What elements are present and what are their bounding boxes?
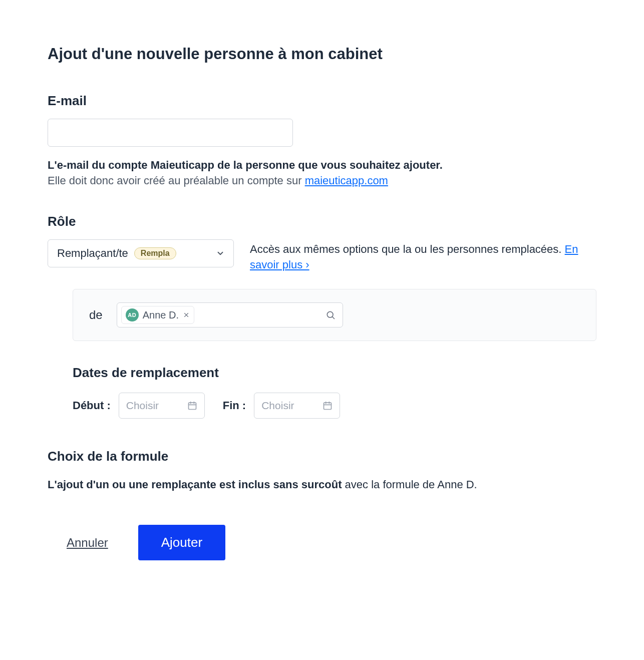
formula-text: L'ajout d'un ou une remplaçante est incl… bbox=[48, 477, 596, 493]
dates-section: Dates de remplacement Début : Choisir Fi… bbox=[73, 365, 596, 419]
role-badge: Rempla bbox=[134, 247, 176, 259]
email-help-text: Elle doit donc avoir créé au préalable u… bbox=[48, 173, 596, 189]
replaced-person-panel: de AD Anne D. bbox=[73, 289, 596, 341]
dates-title: Dates de remplacement bbox=[73, 365, 596, 381]
search-icon bbox=[326, 310, 336, 320]
email-help: L'e-mail du compte Maieuticapp de la per… bbox=[48, 158, 596, 189]
cancel-button[interactable]: Annuler bbox=[67, 536, 108, 550]
close-icon[interactable] bbox=[183, 311, 190, 318]
start-date-label: Début : bbox=[73, 399, 111, 412]
svg-rect-4 bbox=[188, 403, 196, 410]
dates-row: Début : Choisir Fin : Choisir bbox=[73, 393, 596, 419]
chevron-down-icon bbox=[216, 249, 225, 258]
start-date-placeholder: Choisir bbox=[126, 400, 159, 412]
svg-rect-8 bbox=[324, 403, 332, 410]
de-label: de bbox=[89, 308, 103, 322]
maieuticapp-link[interactable]: maieuticapp.com bbox=[305, 174, 388, 187]
svg-line-3 bbox=[332, 317, 334, 319]
end-date-placeholder: Choisir bbox=[261, 400, 294, 412]
actions-row: Annuler Ajouter bbox=[48, 525, 596, 560]
role-row: Remplaçant/te Rempla Accès aux mêmes opt… bbox=[48, 239, 596, 273]
role-select-value: Remplaçant/te bbox=[57, 247, 128, 260]
email-input[interactable] bbox=[48, 119, 293, 147]
role-label: Rôle bbox=[48, 214, 596, 229]
calendar-icon bbox=[187, 401, 197, 411]
formula-section: Choix de la formule L'ajout d'un ou une … bbox=[48, 449, 596, 493]
email-help-bold: L'e-mail du compte Maieuticapp de la per… bbox=[48, 158, 596, 173]
submit-button[interactable]: Ajouter bbox=[138, 525, 225, 560]
person-name: Anne D. bbox=[143, 309, 179, 321]
calendar-icon bbox=[323, 401, 333, 411]
start-date-input[interactable]: Choisir bbox=[119, 393, 205, 419]
role-description: Accès aux mêmes options que la ou les pe… bbox=[250, 239, 596, 273]
role-select[interactable]: Remplaçant/te Rempla bbox=[48, 239, 234, 267]
end-date-input[interactable]: Choisir bbox=[254, 393, 340, 419]
page-title: Ajout d'une nouvelle personne à mon cabi… bbox=[48, 45, 596, 63]
person-select[interactable]: AD Anne D. bbox=[117, 302, 343, 327]
email-field-group: E-mail L'e-mail du compte Maieuticapp de… bbox=[48, 93, 596, 189]
email-label: E-mail bbox=[48, 93, 596, 109]
end-date-label: Fin : bbox=[223, 399, 246, 412]
avatar: AD bbox=[126, 308, 139, 321]
role-select-wrapper: Remplaçant/te Rempla bbox=[48, 239, 234, 267]
formula-title: Choix de la formule bbox=[48, 449, 596, 464]
person-chip: AD Anne D. bbox=[121, 306, 194, 324]
